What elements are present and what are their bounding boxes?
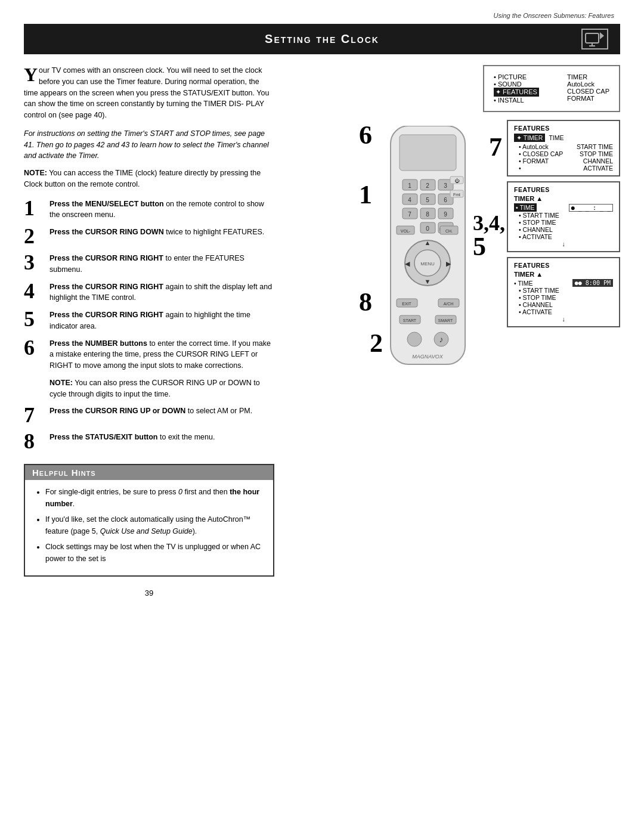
page-number: 39 [24,589,274,597]
panel2-title: FEATURES [514,186,613,193]
svg-text:EXIT: EXIT [402,302,411,306]
step-title-7: Press the CURSOR RING UP or [49,407,160,415]
svg-text:START: START [403,318,417,323]
panel3-starttime: • START TIME [519,287,613,294]
panel2-subtitle: TIMER ▲ [514,195,613,202]
left-column: Your TV comes with an onscreen clock. Yo… [24,65,274,597]
remote-label-1: 1 [359,179,372,210]
svg-text:5: 5 [426,197,429,203]
svg-text:▼: ▼ [425,278,431,285]
panel3-activate: • ACTIVATE [519,308,613,315]
step-5: 5 Press the CURSOR RING RIGHT again to h… [24,309,274,332]
menu-closedcap: CLOSED CAP [567,88,609,95]
step-title-2: Press the CURSOR RING DOWN [49,228,164,236]
menu-panel-1: FEATURES ✦ TIMER TIME • AutoLockSTART TI… [507,120,620,176]
step-number-3: 3 [24,252,45,273]
step-content-3: Press the CURSOR RING RIGHT to enter the… [49,253,274,275]
title-icon [581,29,608,49]
panel2-activate: • ACTIVATE [519,233,613,240]
hint-item-3: Clock settings may be lost when the TV i… [45,541,264,565]
tv-menu-top: • PICTURE • SOUND ✦ FEATURES • INSTALL T… [483,65,620,112]
svg-rect-0 [586,33,599,43]
panel3-time: • TIME ●● 8:00 PM [514,279,613,287]
step-number-7: 7 [24,404,45,426]
remote-label-6: 6 [359,120,372,150]
menu-format: FORMAT [567,95,609,102]
remote-image: 1 2 3 ⏻ 4 5 6 [382,126,474,378]
step-6: 6 Press the NUMBER buttons to enter the … [24,338,274,371]
step-3: 3 Press the CURSOR RING RIGHT to enter t… [24,253,274,275]
hint-item-2: If you'd like, set the clock automatical… [45,513,264,537]
svg-text:8: 8 [426,211,429,218]
note-body: You can access the TIME (clock) feature … [24,169,261,188]
menu-features: ✦ FEATURES [494,88,539,97]
step-title-3: Press the CURSOR RING RIGHT [49,254,163,262]
step-number-4: 4 [24,280,45,302]
steps-container: 1 Press the MENU/SELECT button on the re… [24,199,274,453]
step-title-5: Press the CURSOR RING RIGHT [49,311,163,319]
step-content-5: Press the CURSOR RING RIGHT again to hig… [49,309,274,332]
remote-area: 6 1 8 [359,120,502,376]
section-header: Using the Onscreen Submenus: Features [24,12,620,19]
note-text: NOTE: You can access the TIME (clock) fe… [24,168,274,190]
step-content-7: Press the CURSOR RING UP or DOWN to sele… [49,405,274,417]
svg-rect-5 [400,135,456,171]
step-body-8: to exit the menu. [160,433,215,441]
svg-point-51 [407,332,422,346]
svg-text:⏻: ⏻ [454,178,460,184]
step-number-5: 5 [24,308,45,330]
panel1-closedcap: • CLOSED CAPSTOP TIME [519,150,613,157]
menu-panel-3: FEATURES TIMER ▲ • TIME ●● 8:00 PM • STA… [507,257,620,327]
tv-menu-col1: • PICTURE • SOUND ✦ FEATURES • INSTALL [494,73,539,104]
svg-text:7: 7 [408,211,411,218]
svg-text:VOL-: VOL- [401,229,411,233]
svg-text:CH.: CH. [445,229,453,233]
panel3-arrow: ↓ [514,315,613,323]
step-number-6: 6 [24,337,45,358]
svg-text:MAGNAVOX: MAGNAVOX [412,354,444,360]
helpful-hints-box: Helpful Hints For single-digit entries, … [24,464,274,577]
step-body-2: twice to highlight FEATURES. [166,228,264,236]
tv-menu-col2: TIMER AutoLock CLOSED CAP FORMAT [567,73,609,104]
step-4: 4 Press the CURSOR RING RIGHT again to s… [24,281,274,304]
panel3-channel: • CHANNEL [519,301,613,308]
svg-text:4: 4 [408,197,411,203]
panel1-time-label: TIME [549,134,564,141]
step-content-4: Press the CURSOR RING RIGHT again to shi… [49,281,274,304]
intro-body: our TV comes with an onscreen clock. You… [24,66,269,119]
step-title-4: Press the CURSOR RING RIGHT [49,283,163,291]
menu-timer: TIMER [567,73,609,80]
panel2-arrow: ↓ [514,240,613,247]
svg-text:♪: ♪ [439,335,444,344]
italic-paragraph: For instructions on setting the Timer's … [24,128,274,162]
svg-text:◀: ◀ [405,260,410,267]
panel1-format: • FORMATCHANNEL [519,157,613,165]
page-title-bar: Setting the Clock [24,24,620,54]
panel2-channel: • CHANNEL [519,226,613,233]
first-letter: Y [24,65,38,84]
step-content-2: Press the CURSOR RING DOWN twice to high… [49,227,274,238]
panel2-starttime: • START TIME [519,212,613,219]
svg-text:6: 6 [444,197,447,203]
step-8: 8 Press the STATUS/EXIT button to exit t… [24,432,274,452]
step-2: 2 Press the CURSOR RING DOWN twice to hi… [24,227,274,247]
helpful-hints-title: Helpful Hints [25,465,273,480]
step-number-8: 8 [24,431,45,452]
svg-text:2: 2 [426,182,429,189]
svg-text:SMART: SMART [438,318,453,323]
svg-text:9: 9 [444,211,447,218]
panel3-subtitle: TIMER ▲ [514,271,613,278]
svg-text:1: 1 [408,182,411,189]
panel3-title: FEATURES [514,262,613,269]
svg-text:▶: ▶ [446,260,451,267]
menu-panel-2: FEATURES TIMER ▲ • TIME ● _ _ : _ _ • ST… [507,181,620,252]
svg-text:MENU: MENU [420,261,435,267]
intro-text: Your TV comes with an onscreen clock. Yo… [24,65,274,121]
step-content-6: Press the NUMBER buttons to enter the co… [49,338,274,371]
svg-text:3: 3 [444,182,447,189]
hints-list: For single-digit entries, be sure to pre… [35,486,264,565]
page: Using the Onscreen Submenus: Features Se… [0,0,644,833]
panel1-dot: •ACTIVATE [519,165,613,172]
step-body-7: DOWN to select AM or PM. [162,407,252,415]
hint-item-1: For single-digit entries, be sure to pre… [45,486,264,510]
